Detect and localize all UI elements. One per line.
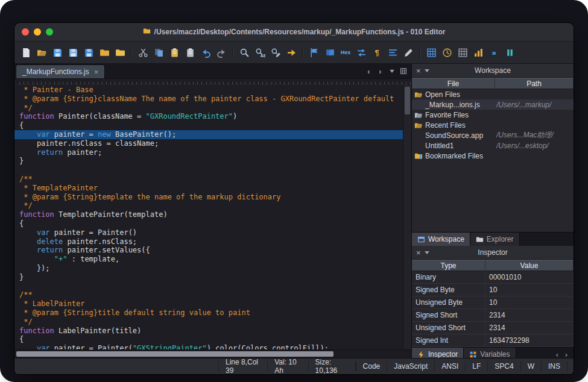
redo-button[interactable] (213, 45, 229, 60)
horizontal-scrollbar[interactable] (14, 349, 411, 358)
vertical-scrollbar-thumb[interactable] (405, 87, 410, 114)
find-button[interactable] (236, 45, 252, 60)
save-button[interactable] (49, 45, 65, 60)
inspector-value: 10 (485, 296, 574, 308)
undo-icon (201, 48, 211, 58)
code-line: * @param {String}title default string va… (14, 308, 403, 318)
inspector-column-header[interactable]: Type (412, 260, 485, 271)
inspector-row[interactable]: Binary00001010 (412, 271, 574, 284)
workspace-column-header[interactable]: Path (495, 78, 574, 89)
undo-button[interactable] (198, 45, 213, 60)
bookmarks-list-button[interactable] (322, 45, 338, 60)
inspector-type: Signed Int (412, 334, 485, 346)
cut-button[interactable] (135, 45, 151, 60)
new-folder-button[interactable] (112, 45, 128, 60)
workspace-row-label: Untitled1 (425, 142, 454, 150)
history-button[interactable] (439, 45, 455, 60)
status-linefeed-mode[interactable]: LF (465, 362, 487, 371)
code-line: return painter.setValues({ (14, 246, 403, 255)
favorite-files-folder-icon (414, 111, 423, 119)
workspace-menu-icon[interactable] (425, 69, 429, 72)
replace-button[interactable] (268, 45, 283, 60)
save-all-button[interactable] (81, 45, 96, 60)
find-in-files-button[interactable]: AB (252, 45, 268, 60)
templates-icon (426, 48, 437, 58)
tab-list-button[interactable] (387, 67, 396, 76)
workspace-tab-icon (417, 236, 425, 243)
workspace-tab-workspace[interactable]: Workspace (412, 233, 470, 246)
workspace-row[interactable]: Open Files (412, 89, 574, 99)
pause-button[interactable] (502, 45, 517, 60)
workspace-row[interactable]: Favorite Files (412, 110, 574, 120)
hex-convert-button[interactable] (353, 45, 369, 60)
inspector-menu-icon[interactable] (425, 251, 429, 254)
inspector-row[interactable]: Unsigned Byte10 (412, 296, 574, 309)
edit-as-button[interactable] (400, 45, 416, 60)
code-line: /** (14, 290, 403, 299)
status-indent-mode[interactable]: SPC4 (487, 362, 520, 371)
workspace-row[interactable]: _Markup...ions.js/Users/...markup/ (412, 99, 574, 110)
statistics-icon (473, 48, 484, 58)
inspector-column-header[interactable]: Value (485, 260, 574, 271)
new-file-button[interactable] (18, 45, 34, 60)
import-folder-button[interactable] (96, 45, 112, 60)
zoom-window-button[interactable] (46, 28, 53, 36)
save-as-button[interactable] (65, 45, 81, 60)
show-whitespace-icon: ¶ (372, 48, 382, 58)
status-cursor-position[interactable]: Line 8,Col 39 (218, 362, 267, 371)
workspace-row[interactable]: Untitled1/Users/...esktop/ (412, 140, 574, 151)
bookmark-button[interactable] (306, 45, 322, 60)
more-tools-button[interactable]: » (486, 45, 502, 60)
inspector-type: Binary (412, 271, 485, 283)
workspace-row[interactable]: SoundSource.app/Users...Mac助理/ (412, 130, 574, 140)
open-file-icon (37, 48, 47, 58)
inspector-row[interactable]: Signed Short2314 (412, 309, 574, 322)
hex-view-button[interactable]: Hex (338, 45, 353, 60)
inspector-close-icon[interactable]: × (416, 249, 421, 257)
inspector-row[interactable]: Signed Byte10 (412, 284, 574, 296)
tab-markupfunctions[interactable]: _MarkupFunctions.js × (16, 64, 105, 78)
close-window-button[interactable] (22, 28, 29, 36)
status-view-mode[interactable]: Code (356, 362, 387, 371)
status-file-size[interactable]: Size: 10,136 (308, 362, 356, 371)
workspace-row[interactable]: Recent Files (412, 120, 574, 130)
inspector-row[interactable]: Signed Int1634732298 (412, 334, 574, 347)
split-view-button[interactable] (399, 67, 408, 76)
column-mode-button[interactable] (385, 45, 400, 60)
copy-button[interactable] (151, 45, 166, 60)
workspace-tab-explorer[interactable]: Explorer (470, 233, 520, 246)
open-file-button[interactable] (34, 45, 49, 60)
status-charset[interactable]: ANSI (434, 362, 465, 371)
hex-view-icon: Hex (341, 48, 351, 58)
minimize-window-button[interactable] (34, 28, 41, 36)
window-title-area: /Users/maczl/Desktop/Contents/Resources/… (14, 27, 574, 37)
tab-close-icon[interactable]: × (94, 68, 99, 76)
history-icon (442, 48, 452, 58)
status-insert-mode[interactable]: INS (541, 362, 567, 371)
workspace-close-icon[interactable]: × (416, 67, 421, 75)
inspector-panel-title: Inspector (412, 248, 574, 257)
paste-special-button[interactable] (182, 45, 198, 60)
goto-button[interactable] (283, 45, 299, 60)
explorer-tab-icon (476, 236, 484, 243)
paste-button[interactable] (166, 45, 182, 60)
vertical-scrollbar[interactable] (403, 85, 411, 349)
save-as-icon (68, 48, 78, 58)
status-value-display[interactable]: Val: 10 Ah (267, 362, 308, 371)
next-tab-button[interactable]: › (376, 67, 385, 76)
status-write-mode[interactable]: W (520, 362, 541, 371)
statistics-button[interactable] (470, 45, 486, 60)
show-whitespace-button[interactable]: ¶ (369, 45, 385, 60)
templates-button[interactable] (423, 45, 439, 60)
prev-tab-button[interactable]: ‹ (364, 67, 373, 76)
workspace-row[interactable]: Bookmarked Files (412, 151, 574, 161)
horizontal-scrollbar-thumb[interactable] (16, 351, 334, 357)
status-syntax-type[interactable]: JavaScript (387, 362, 434, 371)
calculator-button[interactable] (455, 45, 470, 60)
workspace-column-header[interactable]: File (412, 78, 495, 89)
inspector-type: Unsigned Short (412, 322, 485, 334)
inspector-table: Binary00001010Signed Byte10Unsigned Byte… (412, 271, 574, 347)
edit-as-icon (403, 48, 414, 58)
inspector-row[interactable]: Unsigned Short2314 (412, 322, 574, 334)
code-editor[interactable]: * Painter - Base * @param {String}classN… (14, 85, 403, 349)
